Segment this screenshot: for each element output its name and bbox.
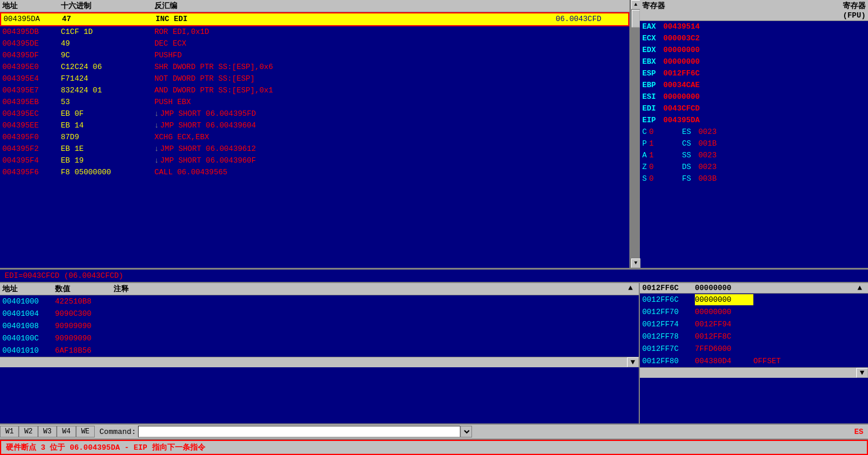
scroll-thumb[interactable] (632, 10, 640, 27)
stack-scroll-up[interactable]: ▲ (854, 284, 866, 292)
disasm-hex-7: 53 (61, 97, 154, 108)
stack-val-0: 00000000 (695, 294, 753, 305)
memory-panel: 地址 数值 注释 ▲ 00401000422510B8004010049090C… (0, 283, 640, 423)
mem-row-1[interactable]: 004010049090C300 (0, 308, 639, 320)
mem-val-0: 422510B8 (55, 296, 113, 307)
disasm-row-3[interactable]: 004395DF9CPUSHFD (0, 50, 629, 61)
disasm-comment-4 (557, 62, 627, 73)
disasm-row-13[interactable]: 004395F6F8 05000000CALL 06.00439565 (0, 167, 629, 178)
disasm-row-10[interactable]: 004395F087D9XCHG ECX,EBX (0, 132, 629, 143)
disasm-row-12[interactable]: 004395F4EB 19↓JMP SHORT 06.0043960F (0, 155, 629, 167)
disasm-row-5[interactable]: 004395E4F71424NOT DWORD PTR SS:[ESP] (0, 73, 629, 85)
mem-addr-0: 00401000 (2, 296, 55, 307)
stack-row-4[interactable]: 0012FF7C7FFD6000 (640, 343, 868, 355)
disasm-asm-7: PUSH EBX (154, 97, 557, 108)
seg-name-0: ES (682, 127, 696, 137)
disasm-hex-2: 49 (61, 39, 154, 49)
disasm-comment-12 (557, 156, 627, 166)
mem-header: 地址 数值 注释 ▲ (0, 283, 639, 295)
disasm-row-11[interactable]: 004395F2EB 1E↓JMP SHORT 06.00439612 (0, 143, 629, 155)
disasm-row-2[interactable]: 004395DE49DEC ECX (0, 38, 629, 50)
mem-row-0[interactable]: 00401000422510B8 (0, 295, 639, 308)
stack-row-1[interactable]: 0012FF7000000000 (640, 306, 868, 318)
disasm-hex-11: EB 1E (61, 144, 154, 154)
stack-comment-5: OFFSET (753, 356, 866, 367)
mem-comment-1 (113, 308, 636, 319)
reg-name-edi: EDI (642, 104, 663, 114)
disasm-row-4[interactable]: 004395E0C12C24 06SHR DWORD PTR SS:[ESP],… (0, 61, 629, 73)
mem-scroll-up[interactable]: ▲ (625, 284, 636, 294)
disasm-row-8[interactable]: 004395ECEB 0F↓JMP SHORT 06.004395FD (0, 108, 629, 120)
stack-addr-0: 0012FF6C (642, 294, 695, 305)
flag-name-4: S (642, 174, 647, 184)
mem-addr-1: 00401004 (2, 308, 55, 319)
disasm-asm-11: ↓JMP SHORT 06.00439612 (154, 144, 557, 154)
scroll-up-btn[interactable]: ▲ (631, 0, 640, 9)
stack-row-0[interactable]: 0012FF6C00000000 (640, 294, 868, 306)
stack-col-addr: 0012FF6C (642, 284, 695, 292)
cmd-tab-w4[interactable]: W4 (57, 426, 75, 437)
cmd-tab-w3[interactable]: W3 (38, 426, 57, 437)
disasm-addr-1: 004395DB (2, 27, 61, 37)
stack-row-2[interactable]: 0012FF740012FF94 (640, 318, 868, 330)
flag-val-4: 0 (649, 174, 654, 184)
disasm-scrollbar[interactable]: ▲ ▼ (631, 0, 640, 268)
disasm-row-1[interactable]: 004395DBC1CF 1DROR EDI,0x1D (0, 26, 629, 38)
stack-val-1: 00000000 (695, 306, 753, 318)
disasm-hex-10: 87D9 (61, 132, 154, 143)
stack-addr-4: 0012FF7C (642, 343, 695, 354)
disasm-asm-0: INC EDI (156, 14, 556, 25)
disasm-addr-0: 004395DA (4, 14, 62, 25)
disasm-hex-12: EB 19 (61, 156, 154, 166)
disasm-row-7[interactable]: 004395EB53PUSH EBX (0, 96, 629, 108)
cmd-tab-w1[interactable]: W1 (0, 426, 19, 437)
stack-row-5[interactable]: 0012FF80004380D4OFFSET (640, 355, 868, 367)
cmd-right-label: ES (849, 428, 868, 436)
flag-name-1: P (642, 139, 647, 149)
disasm-col-addr: 地址 (2, 1, 61, 11)
reg-header-row: 寄存器 寄存器 (FPU) (640, 0, 868, 21)
mem-row-4[interactable]: 004010106AF18B56 (0, 344, 639, 357)
mem-val-3: 90909090 (55, 333, 113, 344)
stack-comment-4 (753, 343, 866, 354)
mem-addr-4: 00401010 (2, 345, 55, 356)
disasm-row-0[interactable]: 004395DA47INC EDI06.0043CFD (0, 12, 629, 26)
flag-val-1: 1 (649, 139, 654, 149)
disasm-addr-6: 004395E7 (2, 85, 61, 96)
cmd-label: Command: (99, 428, 136, 436)
disasm-comment-9 (557, 120, 627, 131)
cmd-tab-we[interactable]: WE (76, 426, 95, 437)
mem-comment-3 (113, 333, 636, 344)
stack-row-3[interactable]: 0012FF780012FF8C (640, 330, 868, 343)
flag-name-2: A (642, 150, 647, 161)
cmd-dropdown[interactable]: ▼ (460, 426, 472, 437)
disasm-row-6[interactable]: 004395E7832424 01AND DWORD PTR SS:[ESP],… (0, 85, 629, 96)
stack-scroll-down[interactable]: ▼ (856, 368, 868, 378)
stack-rows-container: 0012FF6C000000000012FF70000000000012FF74… (640, 294, 868, 367)
mem-scroll-down[interactable]: ▼ (627, 357, 639, 367)
stack-addr-2: 0012FF74 (642, 319, 695, 330)
flag-name-0: C (642, 127, 647, 137)
reg-name-esi: ESI (642, 92, 663, 102)
stack-comment-3 (753, 331, 866, 342)
seg-name-3: DS (682, 162, 696, 173)
disasm-asm-1: ROR EDI,0x1D (154, 27, 557, 37)
info-bar: EDI=0043CFCD (06.0043CFCD) (0, 269, 868, 283)
flags-segs-container: C0ES0023P1CS001BA1SS0023Z0DS0023S0FS003B (640, 126, 868, 185)
cmd-input[interactable] (138, 426, 460, 437)
disasm-header: 地址 十六进制 反汇编 (0, 0, 629, 12)
reg-row-edx: EDX00000000 (640, 44, 868, 56)
scroll-down-btn[interactable]: ▼ (631, 258, 640, 268)
disasm-row-9[interactable]: 004395EEEB 14↓JMP SHORT 06.00439604 (0, 120, 629, 132)
disasm-addr-9: 004395EE (2, 120, 61, 131)
stack-val-3: 0012FF8C (695, 331, 753, 342)
cmd-tab-w2[interactable]: W2 (19, 426, 37, 437)
reg-row-eip: EIP004395DA (640, 115, 868, 126)
mem-row-2[interactable]: 0040100890909090 (0, 320, 639, 332)
mem-row-3[interactable]: 0040100C90909090 (0, 332, 639, 344)
scroll-track[interactable] (631, 9, 640, 258)
stack-header-row: 0012FF6C 00000000 ▲ (640, 283, 868, 294)
mem-val-4: 6AF18B56 (55, 345, 113, 356)
disasm-asm-3: PUSHFD (154, 50, 557, 61)
mem-comment-4 (113, 345, 636, 356)
